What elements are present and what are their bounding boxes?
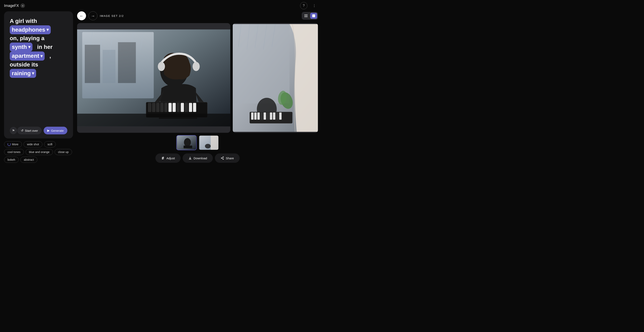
tag-scifi[interactable]: scifi bbox=[44, 141, 56, 147]
flag-icon: ⚑ bbox=[12, 129, 15, 133]
tag-close-up[interactable]: close up bbox=[54, 149, 72, 155]
share-label: Share bbox=[226, 156, 234, 160]
right-panel: ← → IMAGE SET 2/2 bbox=[77, 11, 318, 163]
svg-rect-47 bbox=[260, 112, 263, 120]
tag-blue-orange[interactable]: blue and orange bbox=[26, 149, 53, 155]
apartment-chip[interactable]: apartment ▾ bbox=[10, 51, 45, 61]
chip-label-3: apartment bbox=[12, 52, 39, 60]
tag-label: close up bbox=[58, 150, 68, 154]
single-view-button[interactable] bbox=[310, 13, 317, 19]
share-icon bbox=[220, 156, 224, 160]
svg-point-67 bbox=[221, 158, 222, 158]
generate-button[interactable]: ▶ Generate bbox=[44, 127, 67, 134]
svg-rect-22 bbox=[156, 103, 159, 112]
download-label: Download bbox=[194, 156, 207, 160]
chip-arrow-3: ▾ bbox=[40, 53, 42, 59]
svg-point-65 bbox=[162, 158, 163, 159]
image-set-header: ← → IMAGE SET 2/2 bbox=[77, 11, 318, 20]
svg-rect-0 bbox=[304, 14, 306, 15]
svg-rect-44 bbox=[251, 112, 254, 120]
svg-point-18 bbox=[192, 62, 200, 71]
secondary-image[interactable] bbox=[233, 23, 318, 133]
svg-rect-28 bbox=[181, 103, 184, 112]
generate-label: Generate bbox=[51, 129, 64, 132]
svg-rect-25 bbox=[168, 103, 172, 112]
chip-arrow-4: ▾ bbox=[32, 70, 34, 77]
svg-point-55 bbox=[184, 138, 191, 147]
svg-point-17 bbox=[158, 62, 165, 71]
prompt-text-3: in her bbox=[37, 44, 52, 50]
svg-rect-50 bbox=[270, 112, 272, 120]
tag-bokeh[interactable]: bokeh bbox=[4, 157, 19, 163]
svg-rect-20 bbox=[148, 103, 151, 112]
svg-rect-4 bbox=[312, 14, 315, 17]
prev-button[interactable]: ← bbox=[77, 11, 86, 20]
svg-rect-52 bbox=[276, 112, 278, 120]
main-image[interactable] bbox=[77, 23, 230, 133]
prompt-text-1: A girl with bbox=[10, 18, 37, 24]
next-icon: → bbox=[91, 13, 95, 18]
tag-abstract[interactable]: abstract bbox=[20, 157, 37, 163]
svg-rect-45 bbox=[254, 112, 257, 120]
svg-point-59 bbox=[205, 144, 210, 149]
svg-line-69 bbox=[222, 157, 223, 158]
header-actions: ? ⋮ bbox=[300, 2, 318, 9]
svg-rect-30 bbox=[189, 103, 192, 112]
svg-rect-15 bbox=[118, 42, 136, 83]
svg-rect-23 bbox=[160, 103, 163, 112]
logo-area: ImageFX ● bbox=[4, 3, 25, 8]
chip-arrow-icon: ▾ bbox=[46, 26, 49, 33]
help-button[interactable]: ? bbox=[300, 2, 308, 9]
spinner-icon bbox=[8, 143, 11, 146]
svg-rect-31 bbox=[193, 103, 196, 112]
svg-rect-13 bbox=[85, 45, 100, 83]
tag-label: cool tones bbox=[8, 150, 20, 154]
next-button[interactable]: → bbox=[88, 11, 98, 20]
generate-icon: ▶ bbox=[47, 129, 50, 132]
svg-point-64 bbox=[163, 157, 164, 158]
svg-rect-56 bbox=[184, 146, 192, 148]
badge-icon: ● bbox=[22, 4, 24, 7]
download-icon bbox=[188, 156, 192, 160]
thumbnail-2[interactable] bbox=[199, 135, 219, 150]
svg-rect-14 bbox=[103, 50, 116, 83]
flag-button[interactable]: ⚑ bbox=[10, 127, 17, 134]
more-icon: ⋮ bbox=[313, 4, 316, 8]
more-menu-button[interactable]: ⋮ bbox=[311, 2, 318, 9]
svg-line-70 bbox=[222, 158, 223, 159]
headphones-chip[interactable]: headphones ▾ bbox=[10, 25, 51, 34]
download-button[interactable]: Download bbox=[182, 153, 213, 163]
adjust-icon bbox=[161, 156, 165, 160]
adjust-label: Adjust bbox=[166, 156, 175, 160]
grid-icon bbox=[304, 14, 308, 17]
svg-point-66 bbox=[223, 157, 224, 157]
adjust-button[interactable]: Adjust bbox=[156, 153, 180, 163]
tag-wide-shot[interactable]: wide shot bbox=[24, 141, 42, 147]
scene-1-svg bbox=[77, 23, 230, 133]
synth-chip[interactable]: synth ▾ bbox=[10, 42, 32, 52]
prompt-text: A girl with headphones ▾ on, playing a s… bbox=[10, 17, 67, 78]
raining-chip[interactable]: raining ▾ bbox=[10, 69, 36, 78]
svg-rect-29 bbox=[185, 103, 188, 112]
more-tag[interactable]: More bbox=[4, 141, 22, 147]
action-buttons: ↺ Start over ▶ Generate bbox=[17, 127, 67, 134]
svg-rect-32 bbox=[77, 114, 230, 126]
scene-2-svg bbox=[233, 23, 318, 133]
logo-badge[interactable]: ● bbox=[20, 3, 25, 8]
tag-cool-tones[interactable]: cool tones bbox=[4, 149, 24, 155]
share-button[interactable]: Share bbox=[215, 153, 240, 163]
image-set-label: IMAGE SET 2/2 bbox=[100, 14, 124, 17]
prev-icon: ← bbox=[80, 13, 84, 18]
chip-label-4: raining bbox=[12, 69, 31, 78]
svg-rect-24 bbox=[164, 103, 168, 112]
chip-arrow-2: ▾ bbox=[28, 44, 30, 50]
tag-label: abstract bbox=[24, 158, 34, 161]
thumb-2-svg bbox=[199, 136, 218, 150]
tag-label: scifi bbox=[48, 143, 52, 146]
grid-view-button[interactable] bbox=[302, 13, 310, 19]
svg-rect-21 bbox=[152, 103, 155, 112]
svg-rect-53 bbox=[280, 112, 282, 120]
start-over-button[interactable]: ↺ Start over bbox=[17, 127, 42, 134]
thumbnail-1[interactable] bbox=[176, 135, 196, 150]
more-label: More bbox=[12, 143, 18, 146]
